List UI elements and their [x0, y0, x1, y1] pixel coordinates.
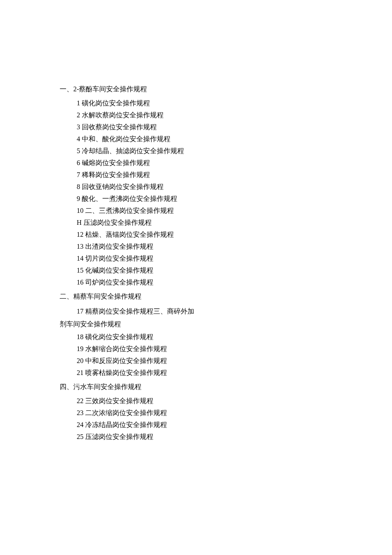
list-item: 12 枯燥、蒸镭岗位安全操作规程: [60, 229, 332, 241]
list-item: 23 二次浓缩岗位安全操作规程: [60, 407, 332, 419]
section-1-heading: 一、2-蔡酚车间安全操作规程: [60, 81, 332, 97]
section-2-heading: 二、精蔡车间安全操作规程: [60, 288, 332, 305]
list-item: 8 回收亚钠岗位安全操作规程: [60, 181, 332, 193]
list-item: 22 三效岗位安全操作规程: [60, 395, 332, 407]
list-item: 15 化碱岗位安全操作规程: [60, 264, 332, 276]
list-item: 19 水解缩合岗位安全操作规程: [60, 343, 332, 355]
list-item: 18 磺化岗位安全操作规程: [60, 331, 332, 343]
list-item: 4 中和、酸化岗位安全操作规程: [60, 133, 332, 145]
list-item: 3 回收蔡岗位安全操作规程: [60, 121, 332, 133]
document-page: 一、2-蔡酚车间安全操作规程 1 磺化岗位安全操作规程 2 水解吹蔡岗位安全操作…: [0, 0, 392, 555]
list-item: 6 碱熔岗位安全操作规程: [60, 157, 332, 169]
list-item: 10 二、三煮沸岗位安全操作规程: [60, 205, 332, 217]
list-item: 7 稀释岗位安全操作规程: [60, 169, 332, 181]
list-item: 25 压滤岗位安全操作规程: [60, 431, 332, 443]
list-item: 21 喷雾枯燥岗位安全操作规程: [60, 367, 332, 379]
wrapped-text: 17 精蔡岗位安全操作规程三、商碎外加剂车间安全操作规程: [60, 305, 196, 331]
list-item: 16 司炉岗位安全操作规程: [60, 276, 332, 288]
list-item: 9 酸化、一煮沸岗位安全操作规程: [60, 193, 332, 205]
list-item: 13 出渣岗位安全操作规程: [60, 241, 332, 253]
list-item: H 压滤岗位安全操作规程: [60, 217, 332, 229]
section-4-heading: 四、污水车间安全操作规程: [60, 379, 332, 395]
list-item: 14 切片岗位安全操作规程: [60, 253, 332, 264]
list-item: 1 磺化岗位安全操作规程: [60, 97, 332, 109]
list-item: 5 冷却结晶、抽滤岗位安全操作规程: [60, 145, 332, 157]
wrapped-paragraph: 17 精蔡岗位安全操作规程三、商碎外加剂车间安全操作规程: [60, 305, 196, 331]
list-item: 24 冷冻结晶岗位安全操作规程: [60, 419, 332, 431]
list-item: 2 水解吹蔡岗位安全操作规程: [60, 109, 332, 121]
list-item: 20 中和反应岗位安全操作规程: [60, 355, 332, 367]
